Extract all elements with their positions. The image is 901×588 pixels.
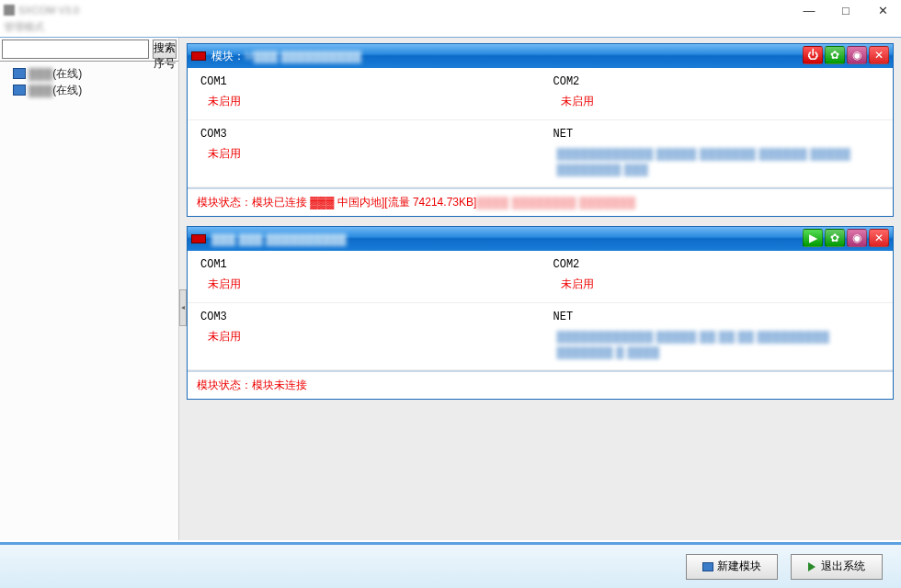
bottom-toolbar: 新建模块 退出系统 bbox=[0, 542, 901, 588]
module-status-bar: 模块状态：模块已连接 ▓▓▓ 中国内地][流量 74214.73KB]▓▓▓▓ … bbox=[188, 187, 893, 216]
port-label: NET bbox=[553, 128, 881, 141]
port-label: NET bbox=[553, 311, 881, 323]
status-led-icon bbox=[191, 234, 206, 243]
window-titlebar: SXCOM V3.0 — □ ✕ bbox=[0, 0, 901, 20]
port-label: COM3 bbox=[200, 128, 528, 141]
new-module-button[interactable]: 新建模块 bbox=[686, 554, 778, 580]
port-status: 未启用 bbox=[553, 94, 881, 109]
status-led-icon bbox=[191, 51, 206, 61]
module-header: 模块：M▓▓▓ ▓▓▓▓▓▓▓▓▓▓ ⏻ ✿ ◉ ✕ bbox=[188, 44, 893, 68]
port-label: COM2 bbox=[553, 75, 881, 88]
port-com1: COM1 未启用 bbox=[188, 68, 541, 120]
tree-item-label: ▓▓▓(在线) bbox=[29, 83, 82, 98]
port-info: ▓▓▓▓▓▓▓▓▓▓▓▓ ▓▓▓▓▓ ▓▓ ▓▓ ▓▓ ▓▓▓▓▓▓▓▓▓ ▓▓… bbox=[553, 329, 881, 360]
port-status: 未启用 bbox=[200, 329, 528, 345]
module-header: ▓▓▓ ▓▓▓ ▓▓▓▓▓▓▓▓▓▓ ▶ ✿ ◉ ✕ bbox=[188, 227, 893, 251]
exit-system-button[interactable]: 退出系统 bbox=[791, 554, 883, 580]
port-com2: COM2 未启用 bbox=[541, 68, 894, 120]
port-label: COM1 bbox=[200, 258, 528, 271]
module-title: ▓▓▓ ▓▓▓ ▓▓▓▓▓▓▓▓▓▓ bbox=[211, 232, 347, 245]
window-maximize-button[interactable]: □ bbox=[827, 0, 864, 20]
new-icon bbox=[702, 562, 713, 571]
tree-item[interactable]: ▓▓▓(在线) bbox=[2, 82, 177, 98]
module-card: ▓▓▓ ▓▓▓ ▓▓▓▓▓▓▓▓▓▓ ▶ ✿ ◉ ✕ COM1 未启用 COM2… bbox=[187, 226, 894, 400]
tree-item-label: ▓▓▓(在线) bbox=[29, 66, 82, 82]
port-com3: COM3 未启用 bbox=[188, 120, 541, 187]
close-module-button[interactable]: ✕ bbox=[869, 229, 889, 247]
module-status-bar: 模块状态：模块未连接 bbox=[188, 370, 893, 399]
splitter-handle[interactable]: ◂ bbox=[179, 289, 187, 326]
port-net: NET ▓▓▓▓▓▓▓▓▓▓▓▓ ▓▓▓▓▓ ▓▓▓▓▓▓▓ ▓▓▓▓▓▓ ▓▓… bbox=[541, 120, 894, 187]
module-tree: ▓▓▓(在线) ▓▓▓(在线) bbox=[0, 62, 178, 102]
port-label: COM3 bbox=[200, 311, 528, 323]
exit-icon bbox=[808, 562, 817, 571]
port-status: 未启用 bbox=[200, 277, 528, 292]
settings-button[interactable]: ✿ bbox=[825, 229, 845, 247]
button-label: 退出系统 bbox=[821, 559, 865, 574]
search-input[interactable] bbox=[2, 40, 149, 59]
port-net: NET ▓▓▓▓▓▓▓▓▓▓▓▓ ▓▓▓▓▓ ▓▓ ▓▓ ▓▓ ▓▓▓▓▓▓▓▓… bbox=[541, 303, 894, 370]
port-com3: COM3 未启用 bbox=[188, 303, 541, 370]
port-com1: COM1 未启用 bbox=[188, 251, 541, 303]
port-info: ▓▓▓▓▓▓▓▓▓▓▓▓ ▓▓▓▓▓ ▓▓▓▓▓▓▓ ▓▓▓▓▓▓ ▓▓▓▓▓ … bbox=[553, 146, 881, 177]
window-title: SXCOM V3.0 bbox=[18, 5, 79, 16]
port-status: 未启用 bbox=[200, 146, 528, 162]
main-panel: ◂ 模块：M▓▓▓ ▓▓▓▓▓▓▓▓▓▓ ⏻ ✿ ◉ ✕ COM1 未启用 bbox=[179, 38, 901, 540]
port-label: COM2 bbox=[553, 258, 881, 271]
port-label: COM1 bbox=[200, 75, 528, 88]
settings-button[interactable]: ✿ bbox=[825, 46, 845, 64]
module-icon bbox=[13, 68, 26, 79]
menu-item[interactable]: 管理模式 bbox=[4, 21, 44, 32]
port-com2: COM2 未启用 bbox=[541, 251, 894, 303]
sidebar: 搜索序号 ▓▓▓(在线) ▓▓▓(在线) bbox=[0, 38, 179, 540]
window-minimize-button[interactable]: — bbox=[791, 0, 827, 20]
tree-item[interactable]: ▓▓▓(在线) bbox=[2, 65, 177, 82]
globe-button[interactable]: ◉ bbox=[847, 46, 867, 64]
port-status: 未启用 bbox=[553, 277, 881, 292]
close-module-button[interactable]: ✕ bbox=[869, 46, 889, 64]
window-close-button[interactable]: ✕ bbox=[864, 0, 901, 20]
search-button[interactable]: 搜索序号 bbox=[153, 40, 177, 59]
module-card: 模块：M▓▓▓ ▓▓▓▓▓▓▓▓▓▓ ⏻ ✿ ◉ ✕ COM1 未启用 COM2… bbox=[187, 43, 894, 217]
play-button[interactable]: ▶ bbox=[803, 229, 823, 247]
power-button[interactable]: ⏻ bbox=[803, 46, 823, 64]
port-status: 未启用 bbox=[200, 94, 528, 109]
module-icon bbox=[13, 85, 26, 96]
menubar: 管理模式 bbox=[0, 20, 901, 37]
button-label: 新建模块 bbox=[717, 559, 761, 574]
globe-button[interactable]: ◉ bbox=[847, 229, 867, 247]
module-title: 模块：M▓▓▓ ▓▓▓▓▓▓▓▓▓▓ bbox=[211, 49, 361, 64]
app-icon bbox=[4, 5, 15, 16]
